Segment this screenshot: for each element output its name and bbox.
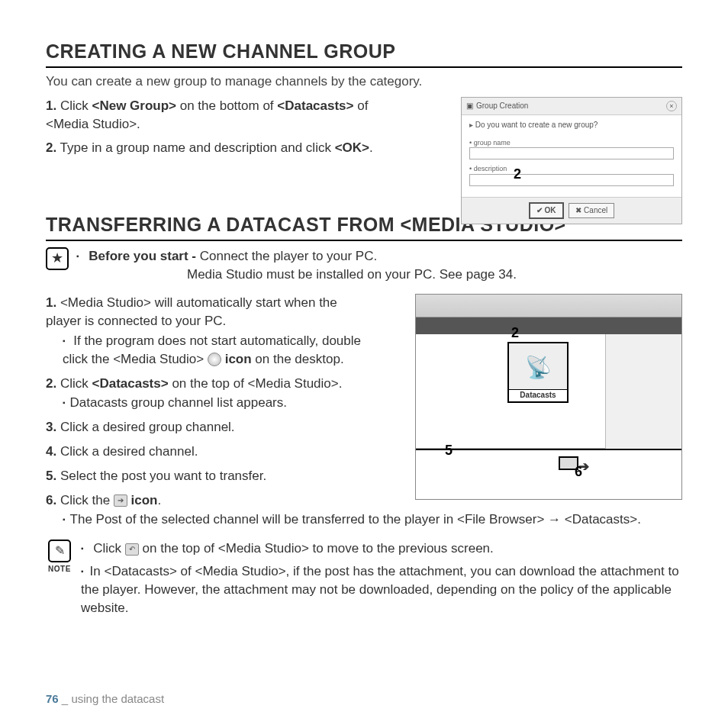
step-number: 1. xyxy=(46,98,56,113)
datacasts-tile[interactable]: 📡 Datacasts xyxy=(507,342,569,403)
footer-sep: _ xyxy=(59,692,72,705)
step-2: 2. Type in a group name and description … xyxy=(46,139,393,157)
text: on the top of <Media Studio> to move to … xyxy=(139,541,494,556)
datacasts-label: Datacasts xyxy=(509,389,567,401)
callout-6: 6 xyxy=(575,462,582,482)
text: on the desktop. xyxy=(252,352,344,366)
intro-text: You can create a new group to manage cha… xyxy=(46,72,682,91)
step-2: 2. Click <Datacasts> on the top of <Medi… xyxy=(46,375,366,413)
bold: <Datacasts> xyxy=(92,376,168,391)
step-number: 1. xyxy=(46,295,56,310)
bold: icon xyxy=(221,352,252,366)
transfer-icon: ➔ xyxy=(114,494,127,507)
sub-step: Datacasts group channel list appears. xyxy=(63,394,366,412)
text: . xyxy=(369,140,373,155)
text: Click xyxy=(56,98,92,113)
bold: Before you start - xyxy=(89,249,196,263)
text: <Media Studio> will automatically start … xyxy=(46,295,337,328)
before-start-line2: Media Studio must be installed on your P… xyxy=(76,266,517,284)
back-icon: ↶ xyxy=(125,543,139,556)
media-studio-screenshot: 📡 Datacasts 2 5 6 xyxy=(415,294,682,500)
text: on the bottom of xyxy=(176,98,277,113)
input-description[interactable] xyxy=(469,174,674,186)
label-description: description xyxy=(469,164,674,174)
callout-2: 2 xyxy=(511,324,519,343)
text: Click a desired group channel. xyxy=(56,420,234,434)
note-item-1: Click ↶ on the top of <Media Studio> to … xyxy=(81,540,682,558)
note-item-2: In <Datacasts> of <Media Studio>, if the… xyxy=(81,562,682,617)
label-group-name: group name xyxy=(469,138,674,148)
before-start-line1: Before you start - Connect the player to… xyxy=(76,247,517,266)
text: on the top of <Media Studio>. xyxy=(169,376,343,391)
bold: <New Group> xyxy=(92,98,176,113)
star-icon: ★ xyxy=(46,247,69,270)
text: . xyxy=(158,493,162,507)
heading-creating-group: CREATING A NEW CHANNEL GROUP xyxy=(46,38,682,68)
page-number: 76 xyxy=(46,692,59,705)
text: Type in a group name and description and… xyxy=(56,140,334,155)
group-creation-dialog: ▣ Group Creation × Do you want to create… xyxy=(461,97,682,224)
app-titlebar xyxy=(416,295,681,317)
dialog-title: Group Creation xyxy=(476,101,528,111)
page-footer: 76 _ using the datacast xyxy=(46,691,164,707)
step-number: 6. xyxy=(46,493,56,507)
step-1: 1. Click <New Group> on the bottom of <D… xyxy=(46,97,393,134)
step-number: 2. xyxy=(46,140,56,155)
sub-step: If the program does not start automatica… xyxy=(63,332,366,369)
sub-step: The Post of the selected channel will be… xyxy=(63,511,682,529)
window-icon: ▣ xyxy=(466,101,473,111)
bold: <Datacasts> xyxy=(277,98,353,113)
step-number: 3. xyxy=(46,420,56,434)
callout-2: 2 xyxy=(514,165,521,184)
app-toolbar xyxy=(416,317,681,334)
note-icon: ✎ xyxy=(48,540,71,562)
step-number: 4. xyxy=(46,444,56,459)
callout-5: 5 xyxy=(445,441,453,460)
media-studio-icon xyxy=(208,353,221,366)
dialog-question: Do you want to create a new group? xyxy=(469,120,674,130)
note-label: NOTE xyxy=(46,564,73,575)
step-1: 1. <Media Studio> will automatically sta… xyxy=(46,294,366,368)
ok-button[interactable]: ✔ OK xyxy=(529,202,564,219)
bold: icon xyxy=(127,493,158,507)
cancel-button[interactable]: ✖ Cancel xyxy=(569,203,614,218)
text: Click the xyxy=(56,493,114,507)
text: Click xyxy=(93,541,125,556)
step-number: 2. xyxy=(46,376,56,391)
text: Connect the player to your PC. xyxy=(196,249,377,263)
step-number: 5. xyxy=(46,469,56,483)
footer-section: using the datacast xyxy=(71,692,164,705)
text: Click xyxy=(56,376,92,391)
bold: <OK> xyxy=(335,140,369,155)
text: Select the post you want to transfer. xyxy=(56,469,266,483)
close-icon[interactable]: × xyxy=(666,101,677,111)
text: Click a desired channel. xyxy=(56,444,198,459)
input-group-name[interactable] xyxy=(469,147,674,159)
device-panel xyxy=(605,334,681,449)
